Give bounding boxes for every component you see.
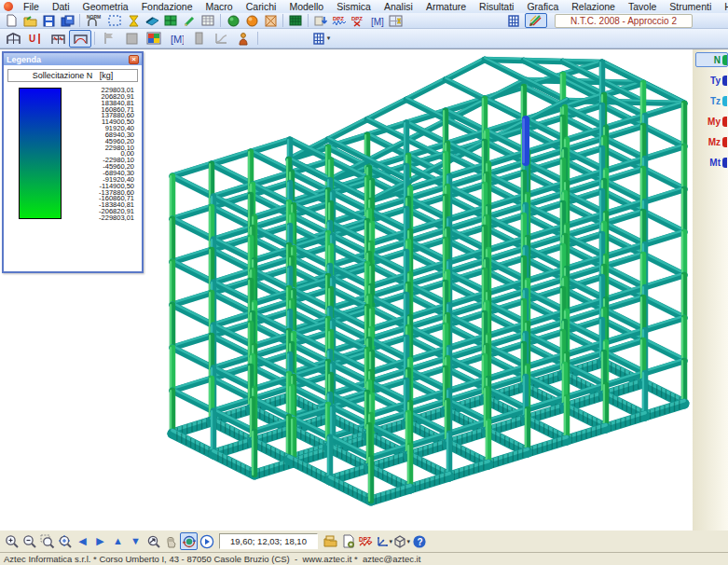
- menu-item-macro[interactable]: Macro: [199, 0, 240, 13]
- menu-item-geometria[interactable]: Geometria: [76, 0, 135, 13]
- view-cube-icon[interactable]: ▾: [392, 532, 410, 550]
- mesh-icon[interactable]: [286, 13, 305, 28]
- legend-values: 229803,01206820,91183840,81160860,711378…: [67, 88, 134, 222]
- legend-gradient: [19, 88, 62, 219]
- zoom-window-icon[interactable]: [38, 532, 56, 550]
- svg-text:DPZ: DPZ: [359, 536, 371, 543]
- dpz-icon[interactable]: DPZ: [357, 532, 375, 550]
- result-button-mt[interactable]: Mt: [695, 155, 728, 170]
- norm-icon[interactable]: NORM: [83, 13, 105, 28]
- result-component-bar: NTyTzMyMzMt: [693, 49, 728, 531]
- design-code-box: N.T.C. 2008 - Approccio 2: [555, 14, 693, 28]
- verify-icon[interactable]: [232, 30, 254, 48]
- grid-hourglass-icon[interactable]: [386, 13, 405, 28]
- curve-disabled-icon[interactable]: [210, 30, 232, 48]
- selection-rect-icon[interactable]: [105, 13, 124, 28]
- menu-item-risultati[interactable]: Risultati: [473, 0, 520, 13]
- menu-item-carichi[interactable]: Carichi: [240, 0, 283, 13]
- map-colors-icon[interactable]: [143, 30, 165, 48]
- slab-icon[interactable]: [161, 13, 180, 28]
- svg-text:[M]: [M]: [171, 34, 184, 45]
- pan-right-icon[interactable]: ▶: [91, 532, 109, 550]
- zoom-out-icon[interactable]: [21, 532, 38, 550]
- save-all-icon[interactable]: [58, 13, 76, 28]
- diagram-glyph-icon: [722, 137, 727, 147]
- result-button-mz[interactable]: Mz: [695, 134, 728, 149]
- sphere-green-icon[interactable]: [224, 13, 242, 28]
- grid-pattern-icon[interactable]: [199, 13, 217, 28]
- menu-item-tavole[interactable]: Tavole: [622, 0, 663, 13]
- floor-select-icon[interactable]: ▾: [309, 30, 332, 48]
- axes-icon[interactable]: ▾: [375, 532, 392, 550]
- pan-left-icon[interactable]: ◀: [74, 532, 91, 550]
- plinth-icon[interactable]: [261, 13, 280, 28]
- export-image-icon[interactable]: [322, 532, 339, 550]
- open-folder-icon[interactable]: [21, 13, 39, 28]
- animate-play-icon[interactable]: [198, 532, 215, 550]
- menu-item-fondazione[interactable]: Fondazione: [135, 0, 199, 13]
- menu-item-help[interactable]: Help: [718, 0, 728, 13]
- bottom-toolbar: ◀ ▶ ▲ ▼ DPZ ▾ ▾ ?: [0, 530, 728, 552]
- zoom-extents-icon[interactable]: [56, 532, 74, 550]
- zoom-previous-icon[interactable]: [144, 532, 162, 550]
- pencil-icon[interactable]: [180, 13, 199, 28]
- zoom-in-icon[interactable]: [3, 532, 21, 550]
- menu-item-analisi[interactable]: Analisi: [378, 0, 419, 13]
- frame-forces-icon[interactable]: [47, 30, 69, 48]
- building-view-icon[interactable]: [502, 13, 525, 28]
- moment-chart-icon[interactable]: [M]: [165, 30, 187, 48]
- legend-header: Sollecitazione N [kg]: [7, 69, 138, 82]
- status-bar: Aztec Informatica s.r.l. * Corso Umberto…: [0, 552, 728, 565]
- frame-icon[interactable]: [2, 30, 24, 48]
- dpz-wave-icon[interactable]: DPZ: [330, 13, 349, 28]
- pan-up-icon[interactable]: ▲: [109, 532, 127, 550]
- menu-item-dati[interactable]: Dati: [46, 0, 76, 13]
- legend-window: Legenda × Sollecitazione N [kg] 229803,0…: [2, 51, 144, 273]
- dpz-cancel-icon[interactable]: DPZ: [349, 13, 367, 28]
- sphere-orange-icon[interactable]: [242, 13, 261, 28]
- menu-item-modello[interactable]: Modello: [282, 0, 330, 13]
- menu-item-relazione[interactable]: Relazione: [565, 0, 622, 13]
- pan-down-icon[interactable]: ▼: [127, 532, 144, 550]
- pan-hand-icon[interactable]: [162, 532, 180, 550]
- help-icon[interactable]: ?: [410, 532, 428, 550]
- diagram-glyph-icon: [722, 158, 727, 168]
- moment-bracket-icon[interactable]: [M]: [367, 13, 386, 28]
- diagram-glyph-icon: [722, 55, 727, 65]
- solid-view-icon[interactable]: [120, 30, 143, 48]
- legend-body: 229803,01206820,91183840,81160860,711378…: [4, 84, 142, 222]
- deck-icon[interactable]: [143, 13, 161, 28]
- legend-value: -229803,01: [67, 215, 134, 222]
- new-file-icon[interactable]: [2, 13, 21, 28]
- chevron-down-icon[interactable]: ▾: [327, 34, 331, 42]
- legend-titlebar[interactable]: Legenda ×: [4, 53, 142, 65]
- menu-item-armature[interactable]: Armature: [419, 0, 473, 13]
- svg-text:U: U: [29, 34, 35, 44]
- menu-item-file[interactable]: File: [17, 0, 46, 13]
- model-canvas[interactable]: Legenda × Sollecitazione N [kg] 229803,0…: [0, 49, 693, 531]
- result-button-tz[interactable]: Tz: [695, 93, 728, 108]
- load-arrow-icon[interactable]: [311, 13, 330, 28]
- flag-icon[interactable]: [98, 30, 120, 48]
- legend-close-icon[interactable]: ×: [129, 55, 139, 64]
- result-button-label: N: [714, 55, 721, 65]
- report-icon[interactable]: [339, 532, 357, 550]
- menu-item-strumenti[interactable]: Strumenti: [663, 0, 718, 13]
- rotate-3d-icon[interactable]: [180, 532, 198, 550]
- toolbar-results: U [M] ▾: [0, 29, 728, 48]
- reactions-icon[interactable]: U: [24, 30, 47, 48]
- result-button-n[interactable]: N: [695, 52, 728, 67]
- coordinates-input[interactable]: [219, 533, 318, 549]
- hourglass-icon[interactable]: [124, 13, 143, 28]
- diagram-glyph-icon: [722, 76, 727, 86]
- diagram-icon[interactable]: [69, 30, 91, 48]
- result-button-my[interactable]: My: [695, 114, 728, 129]
- result-button-ty[interactable]: Ty: [695, 73, 728, 88]
- menu-items: FileDatiGeometriaFondazioneMacroCarichiM…: [17, 0, 728, 13]
- menu-item-sismica[interactable]: Sismica: [330, 0, 378, 13]
- bar-disabled-icon[interactable]: [187, 30, 210, 48]
- status-text: Aztec Informatica s.r.l. * Corso Umberto…: [4, 554, 420, 564]
- render-icon[interactable]: [525, 13, 547, 28]
- save-icon[interactable]: [39, 13, 58, 28]
- menu-item-grafica[interactable]: Grafica: [520, 0, 565, 13]
